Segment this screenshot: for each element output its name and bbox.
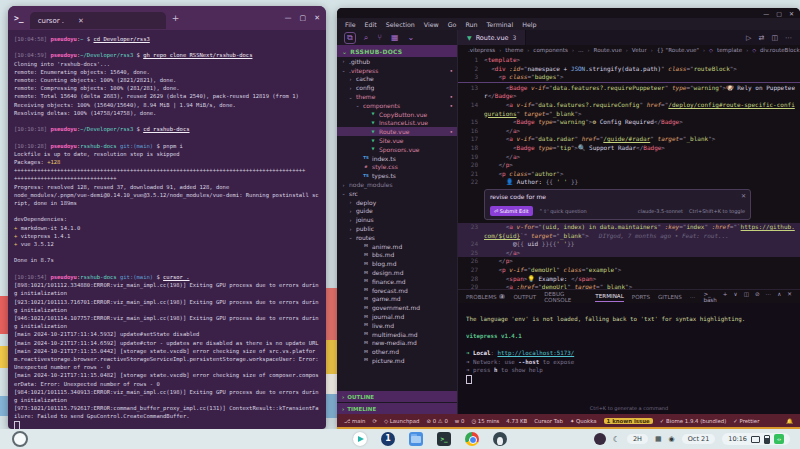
status-item-4-73-kb[interactable]: 4.73 KB: [506, 418, 527, 424]
status-tray[interactable]: ☾ 2H ▦ ◉ Oct 21 10:16 ‹›: [594, 433, 800, 445]
tree-file-game.md[interactable]: Mgame.md: [337, 295, 457, 304]
terminal-tab[interactable]: cursor . ✕: [30, 12, 166, 29]
integrated-terminal[interactable]: The language 'env' is not loaded, fallin…: [458, 303, 800, 405]
breadcrumb-item[interactable]: theme: [505, 47, 523, 53]
screen-time-badge[interactable]: 2H: [627, 434, 648, 444]
status-item-quokka[interactable]: ✦ Quokka: [570, 418, 597, 424]
panel-control-icon[interactable]: ⋯: [766, 291, 772, 303]
status-item-prettier[interactable]: ✓ Prettier: [733, 418, 759, 424]
tree-folder-routes[interactable]: ⌄routes: [337, 233, 457, 242]
tree-file-Route.vue[interactable]: ▼Route.vue•: [337, 127, 457, 136]
code-line[interactable]: 1<template>: [458, 56, 800, 65]
code-line[interactable]: 24 @{{ uid }}{{' '}}: [458, 240, 800, 249]
panel-tab-gitlens[interactable]: GITLENS: [658, 292, 682, 302]
tree-folder-guide[interactable]: ›guide: [337, 207, 457, 216]
code-editor[interactable]: 1<template>2 <div :id="namespace + JSON.…: [458, 55, 800, 289]
code-line[interactable]: 20 </p>: [458, 161, 800, 170]
breadcrumb-item[interactable]: Vetur: [632, 47, 647, 53]
new-tab-icon[interactable]: +: [172, 13, 180, 23]
status-item-1-known-issue[interactable]: 1 known issue: [604, 418, 653, 424]
explorer-header[interactable]: ⌄ RSSHUB-DOCS: [337, 45, 457, 57]
menu-terminal[interactable]: Terminal: [487, 21, 514, 28]
breadcrumb-item[interactable]: components: [533, 47, 568, 53]
menu-view[interactable]: View: [424, 21, 439, 28]
tree-file-CopyButton.vue[interactable]: ▼CopyButton.vue: [337, 110, 457, 119]
code-line[interactable]: 17 <a v-if="data.radar" href="/guide/#ra…: [458, 135, 800, 144]
tree-file-blog.md[interactable]: Mblog.md: [337, 259, 457, 268]
status-item-0-0[interactable]: ⊘ 0 ⚠ 0: [426, 418, 447, 424]
panel-tab-problems[interactable]: PROBLEMS3: [466, 292, 505, 302]
tree-folder-components[interactable]: ⌄components•: [337, 101, 457, 110]
menu-file[interactable]: File: [345, 21, 356, 28]
shelf-app-penguin[interactable]: [493, 432, 507, 446]
tree-file-InstanceList.vue[interactable]: ▼InstanceList.vue: [337, 119, 457, 128]
submit-edit-button[interactable]: ⏎ Submit Edit: [490, 206, 533, 217]
tree-file-government.md[interactable]: Mgovernment.md: [337, 303, 457, 312]
tree-file-journal.md[interactable]: Mjournal.md: [337, 312, 457, 321]
clock-and-status[interactable]: 10:16 ‹›: [722, 433, 790, 445]
shelf-app-play-store[interactable]: [353, 432, 367, 446]
menu-edit[interactable]: Edit: [365, 21, 377, 28]
close-icon[interactable]: ✕: [789, 10, 794, 17]
menu-help[interactable]: Help: [522, 21, 536, 28]
panel-tab-ports[interactable]: PORTS: [632, 292, 650, 302]
timeline-section[interactable]: › TIMELINE: [337, 403, 457, 414]
tree-folder-public[interactable]: ›public: [337, 224, 457, 233]
status-item-cursor-tab[interactable]: Cursor Tab: [534, 418, 563, 424]
breadcrumb-item[interactable]: template: [717, 47, 742, 53]
code-line[interactable]: 27 <p v-if="demoUrl" class="example">: [458, 266, 800, 275]
editor-action-icon[interactable]: ◫: [771, 34, 778, 42]
tree-file-picture.md[interactable]: Mpicture.md: [337, 356, 457, 365]
extensions-icon[interactable]: ▦: [391, 33, 399, 42]
terminal-titlebar[interactable]: >_ cursor . ✕ + — ▢ ✕: [8, 6, 326, 30]
close-icon[interactable]: ✕: [314, 14, 320, 22]
model-selector[interactable]: claude-3.5-sonnet: [638, 207, 683, 216]
search-icon[interactable]: ⌕: [364, 33, 368, 43]
menu-run[interactable]: Run: [465, 21, 477, 28]
code-line[interactable]: 15 <Badge type="warning">⚙ Config Requir…: [458, 118, 800, 127]
panel-control-icon[interactable]: +: [723, 291, 728, 303]
tree-file-live.md[interactable]: Mlive.md: [337, 321, 457, 330]
panel-control-icon[interactable]: ✕: [787, 291, 792, 303]
tree-folder-node_modules[interactable]: ›node_modules: [337, 180, 457, 189]
code-line[interactable]: 3 <p class="badges">: [458, 73, 800, 83]
ai-prompt-input[interactable]: revise code for me: [490, 193, 745, 203]
tree-folder-cache[interactable]: ›cache: [337, 75, 457, 84]
code-line[interactable]: 14 <a v-if="data.features?.requireConfig…: [458, 101, 800, 118]
tree-folder-theme[interactable]: ⌄theme•: [337, 92, 457, 101]
close-icon[interactable]: ✕: [741, 192, 746, 201]
tree-file-multimedia.md[interactable]: Mmultimedia.md: [337, 330, 457, 339]
code-line[interactable]: 16 </a>: [458, 127, 800, 136]
panel-control-icon[interactable]: >_ bash: [703, 291, 716, 303]
code-line[interactable]: 2 <div :id="namespace + JSON.stringify(d…: [458, 65, 800, 74]
code-line[interactable]: 21 <p class="author">: [458, 170, 800, 179]
inline-ai-edit-widget[interactable]: ✕revise code for me⏎ Submit Edit⌃⇧' quic…: [484, 189, 751, 220]
tree-file-bbs.md[interactable]: Mbbs.md: [337, 251, 457, 260]
breadcrumb-item[interactable]: .vitepress: [468, 47, 495, 53]
tree-file-design.md[interactable]: Mdesign.md: [337, 268, 457, 277]
launcher-button[interactable]: [12, 431, 28, 447]
terminal-output[interactable]: [10:04:58] pseudoyu:~ $ cd Developer/rss…: [8, 30, 326, 429]
maximize-icon[interactable]: ▢: [776, 10, 782, 17]
panel-control-icon[interactable]: ∧: [777, 291, 781, 303]
panel-tab-terminal[interactable]: TERMINAL: [595, 291, 623, 302]
shelf-app-chrome[interactable]: [465, 432, 479, 446]
status-item-launchpad[interactable]: ◇ Launchpad: [384, 418, 420, 424]
status-item-0[interactable]: ᴡ 0: [455, 418, 465, 424]
explorer-icon[interactable]: ⧉: [345, 33, 355, 43]
menu-go[interactable]: Go: [448, 21, 457, 28]
status-item-[interactable]: ⟳: [372, 418, 377, 424]
minimize-icon[interactable]: —: [285, 14, 292, 22]
code-line[interactable]: 22 👤 Author: {{ ' ' }}: [458, 178, 800, 187]
panel-tab-⋯[interactable]: ⋯: [690, 292, 696, 302]
code-line[interactable]: 19 </a>: [458, 153, 800, 162]
code-line[interactable]: 28 <span>💡 Example: </span>: [458, 275, 800, 284]
tree-file-index.ts[interactable]: TSindex.ts: [337, 154, 457, 163]
code-line[interactable]: 13 <Badge v-if="data.features?.requirePu…: [458, 84, 800, 101]
tree-folder-.vitepress[interactable]: ⌄.vitepress•: [337, 66, 457, 75]
breadcrumb-item[interactable]: {} "Route.vue": [657, 47, 699, 53]
tree-file-finance.md[interactable]: Mfinance.md: [337, 277, 457, 286]
menu-selection[interactable]: Selection: [386, 21, 415, 28]
tree-folder-src[interactable]: ⌄src: [337, 189, 457, 198]
vscode-titlebar[interactable]: — ▢ ✕: [337, 8, 800, 18]
